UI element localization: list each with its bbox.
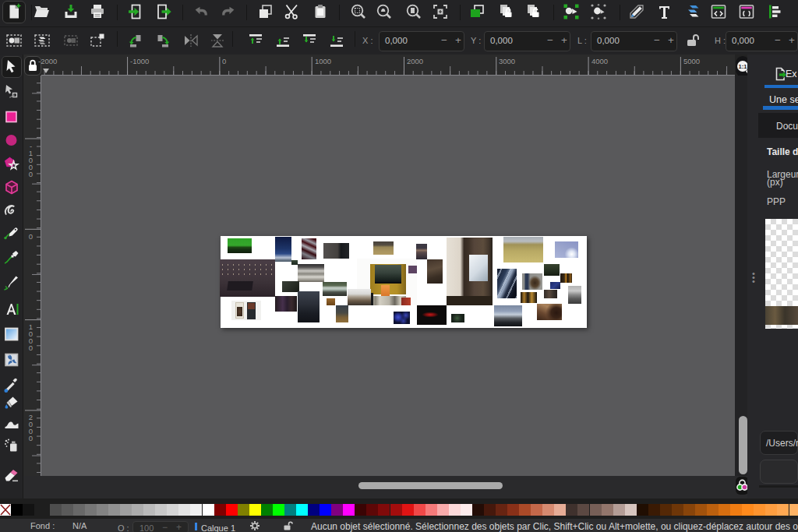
svg-text:1:1: 1:1 [739, 63, 747, 70]
